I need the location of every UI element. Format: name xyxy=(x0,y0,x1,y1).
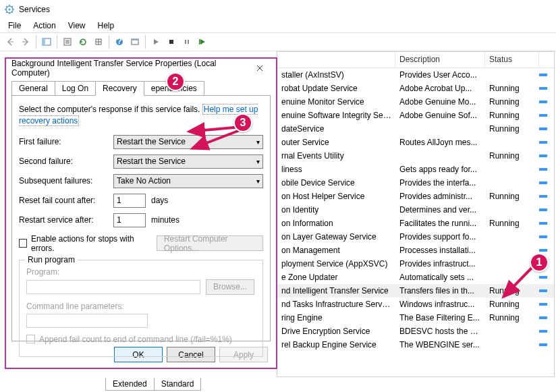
properties-icon[interactable] xyxy=(60,34,75,49)
menu-action[interactable]: Action xyxy=(28,20,61,32)
reset-label: Reset fail count after: xyxy=(19,196,113,205)
menu-view[interactable]: View xyxy=(63,20,91,32)
svg-rect-15 xyxy=(188,40,189,44)
table-row[interactable]: ployment Service (AppXSVC)Provides infra… xyxy=(277,257,554,271)
table-row[interactable]: rnal Events UtilityRunning xyxy=(277,149,554,163)
svg-text:?: ? xyxy=(117,37,121,46)
table-row[interactable]: on Host Helper ServiceProvides administr… xyxy=(277,190,554,203)
reset-days-input[interactable] xyxy=(113,194,146,208)
window-titlebar: Services xyxy=(0,0,556,19)
services-icon xyxy=(4,4,15,15)
first-failure-select[interactable]: Restart the Service▾ xyxy=(113,135,263,149)
restart-label: Restart service after: xyxy=(19,215,113,225)
tab-extended[interactable]: Extended xyxy=(105,378,155,391)
dialog-tabs: General Log On Recovery ependencies xyxy=(6,80,276,95)
view-tabs: Extended Standard xyxy=(105,378,200,391)
table-row[interactable]: ring EngineThe Base Filtering E...Runnin… xyxy=(277,311,554,325)
append-label: Append fail count to end of command line… xyxy=(39,335,232,344)
table-row[interactable]: on ManagementProcesses installati... xyxy=(277,244,554,257)
tab-recovery[interactable]: Recovery xyxy=(95,81,144,96)
svg-rect-3 xyxy=(43,38,45,45)
minutes-unit: minutes xyxy=(151,215,179,225)
start-icon[interactable] xyxy=(148,34,163,49)
list-header: Description Status xyxy=(277,52,554,68)
table-row[interactable]: rel Backup Engine ServiceThe WBENGINE se… xyxy=(277,338,554,352)
second-failure-label: Second failure: xyxy=(19,157,113,166)
dialog-body: Select the computer's response if this s… xyxy=(11,95,271,341)
run-program-group: Run program Program: Browse... Command l… xyxy=(19,260,263,357)
enable-actions-label: Enable actions for stops with errors. xyxy=(31,234,148,253)
table-row[interactable]: nd Tasks Infrastructure ServiceWindows i… xyxy=(277,298,554,311)
export-icon[interactable] xyxy=(91,34,106,49)
tab-standard[interactable]: Standard xyxy=(154,378,202,391)
dialog-title: Background Intelligent Transfer Service … xyxy=(11,59,250,78)
tab-logon[interactable]: Log On xyxy=(55,81,96,96)
forward-icon[interactable] xyxy=(18,34,33,49)
table-row[interactable]: nd Intelligent Transfer ServiceTransfers… xyxy=(277,284,554,298)
table-row[interactable]: robat Update ServiceAdobe Acrobat Up...R… xyxy=(277,82,554,95)
svg-rect-16 xyxy=(199,39,200,45)
table-row[interactable]: enuine Software Integrity ServiceAdobe G… xyxy=(277,109,554,122)
back-icon[interactable] xyxy=(3,34,18,49)
menubar: File Action View Help xyxy=(0,19,556,32)
tab-general[interactable]: General xyxy=(11,81,55,96)
console-icon[interactable] xyxy=(128,34,142,49)
browse-button: Browse... xyxy=(206,279,254,295)
restart-icon[interactable] xyxy=(195,34,210,49)
append-checkbox xyxy=(26,335,35,343)
restart-min-input[interactable] xyxy=(113,213,146,227)
svg-rect-14 xyxy=(185,40,186,44)
table-row[interactable]: staller (AxInstSV)Provides User Acco... xyxy=(277,68,554,82)
table-row[interactable]: linessGets apps ready for... xyxy=(277,163,554,176)
table-row[interactable]: on Layer Gateway ServiceProvides support… xyxy=(277,230,554,244)
svg-rect-12 xyxy=(132,39,138,40)
col-name-header[interactable] xyxy=(277,52,395,67)
annotation-1: 1 xyxy=(530,253,549,272)
window-title: Services xyxy=(19,5,50,14)
cmdline-label: Command line parameters: xyxy=(26,302,256,311)
subsequent-failures-label: Subsequent failures: xyxy=(19,176,113,186)
chevron-down-icon: ▾ xyxy=(256,138,260,146)
table-row[interactable]: outer ServiceRoutes AllJoyn mes... xyxy=(277,136,554,149)
col-desc-header[interactable]: Description xyxy=(395,52,485,67)
help-icon[interactable]: ? xyxy=(112,34,127,49)
chevron-down-icon: ▾ xyxy=(256,158,260,165)
first-failure-label: First failure: xyxy=(19,137,113,146)
annotation-3: 3 xyxy=(233,113,252,132)
run-program-title: Run program xyxy=(25,255,78,264)
table-row[interactable]: on IdentityDetermines and ver... xyxy=(277,203,554,217)
table-row[interactable]: enuine Monitor ServiceAdobe Genuine Mo..… xyxy=(277,95,554,109)
dialog-titlebar: Background Intelligent Transfer Service … xyxy=(6,59,276,78)
show-hide-icon[interactable] xyxy=(39,34,54,49)
subsequent-failures-select[interactable]: Take No Action▾ xyxy=(113,174,263,188)
properties-dialog: Background Intelligent Transfer Service … xyxy=(5,58,277,368)
intro-text: Select the computer's response if this s… xyxy=(19,104,263,127)
chevron-down-icon: ▾ xyxy=(256,177,260,185)
svg-rect-13 xyxy=(169,40,173,44)
table-row[interactable]: dateServiceRunning xyxy=(277,122,554,136)
stop-icon[interactable] xyxy=(164,34,179,49)
menu-file[interactable]: File xyxy=(3,20,26,32)
close-button[interactable] xyxy=(250,60,271,76)
services-list[interactable]: Description Status staller (AxInstSV)Pro… xyxy=(277,51,555,377)
days-unit: days xyxy=(151,196,168,205)
menu-help[interactable]: Help xyxy=(92,20,120,32)
second-failure-select[interactable]: Restart the Service▾ xyxy=(113,155,263,169)
enable-actions-checkbox[interactable] xyxy=(19,239,27,248)
refresh-icon[interactable] xyxy=(76,34,90,49)
pause-icon[interactable] xyxy=(179,34,194,49)
cmdline-input xyxy=(26,314,148,328)
table-row[interactable]: on InformationFacilitates the runni...Ru… xyxy=(277,217,554,230)
annotation-2: 2 xyxy=(166,72,185,91)
program-label: Program: xyxy=(26,267,256,277)
svg-point-1 xyxy=(9,9,11,11)
table-row[interactable]: obile Device ServiceProvides the interfa… xyxy=(277,176,554,190)
restart-computer-options-button: Restart Computer Options... xyxy=(157,235,263,251)
col-status-header[interactable]: Status xyxy=(485,52,539,67)
toolbar: ? xyxy=(0,32,556,51)
table-row[interactable]: Drive Encryption ServiceBDESVC hosts the… xyxy=(277,325,554,338)
table-row[interactable]: e Zone UpdaterAutomatically sets ... xyxy=(277,271,554,284)
program-input xyxy=(26,280,200,294)
